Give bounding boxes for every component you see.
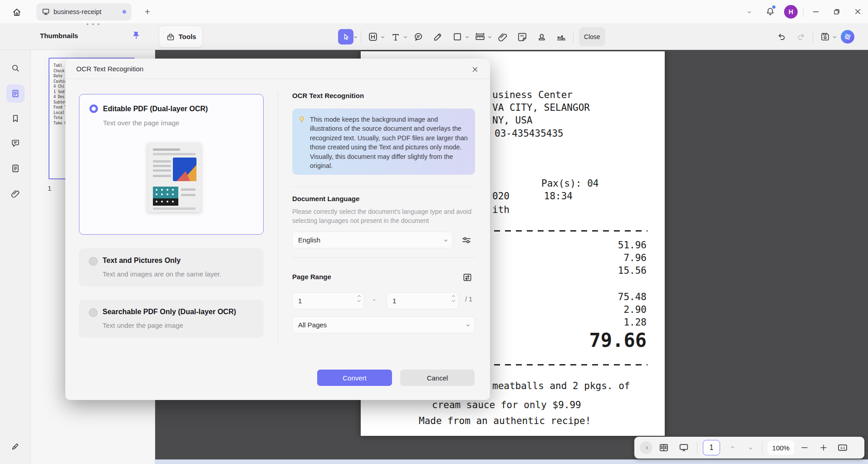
receipt-amount: 75.48 bbox=[618, 291, 647, 303]
next-page-button[interactable] bbox=[743, 440, 758, 455]
ai-assistant-button[interactable] bbox=[840, 29, 855, 44]
select-tool-dropdown[interactable] bbox=[354, 35, 357, 38]
advanced-language-settings-button[interactable] bbox=[461, 235, 472, 246]
measure-tool-button[interactable] bbox=[472, 29, 488, 44]
option-title: Text and Pictures Only bbox=[103, 257, 181, 265]
language-select[interactable]: English bbox=[292, 232, 453, 248]
collapse-bar-button[interactable] bbox=[640, 441, 652, 454]
bottom-status-strip bbox=[155, 459, 868, 464]
document-tab[interactable]: business-receipt bbox=[36, 3, 132, 20]
toolbar: • • • Thumbnails Tools bbox=[0, 23, 868, 50]
option-text-pictures-only[interactable]: Text and Pictures Only Text and images a… bbox=[79, 248, 264, 286]
restore-button[interactable] bbox=[826, 0, 847, 23]
account-button[interactable]: H bbox=[780, 0, 801, 23]
previous-page-button[interactable] bbox=[725, 440, 740, 455]
search-button[interactable] bbox=[6, 59, 25, 77]
minimize-button[interactable] bbox=[805, 0, 826, 23]
receipt-line: NY, USA bbox=[492, 114, 533, 126]
save-button[interactable] bbox=[817, 29, 833, 44]
page-scope-select[interactable]: All Pages bbox=[292, 316, 475, 333]
range-to-stepper[interactable] bbox=[452, 296, 455, 301]
comment-tool-button[interactable] bbox=[411, 29, 426, 44]
page-range-settings-button[interactable] bbox=[462, 272, 473, 283]
thumbnails-panel-button[interactable] bbox=[6, 84, 25, 103]
dialog-column-divider bbox=[278, 91, 278, 346]
page-navigation-bar: 1 100% 1:1 bbox=[634, 437, 864, 459]
edit-tool-button[interactable] bbox=[365, 29, 381, 44]
close-window-button[interactable] bbox=[847, 0, 868, 23]
svg-text:1:1: 1:1 bbox=[840, 446, 845, 450]
range-from-input[interactable] bbox=[292, 292, 364, 309]
shape-tool-dropdown[interactable] bbox=[466, 35, 469, 38]
comments-panel-button[interactable] bbox=[6, 134, 25, 152]
save-dropdown[interactable] bbox=[833, 35, 836, 38]
document-language-label: Document Language bbox=[292, 195, 359, 202]
stamp-tool-button[interactable] bbox=[534, 29, 549, 44]
undo-button[interactable] bbox=[774, 29, 789, 44]
radio-selected[interactable] bbox=[89, 104, 98, 113]
actual-size-button[interactable]: 1:1 bbox=[835, 440, 850, 455]
text-tool-dropdown[interactable] bbox=[404, 35, 407, 38]
cancel-button[interactable]: Cancel bbox=[400, 370, 475, 386]
text-tool-button[interactable] bbox=[388, 29, 403, 44]
page-view-button[interactable] bbox=[656, 440, 672, 455]
option-editable-pdf[interactable]: Editable PDF (Dual-layer OCR) Text over … bbox=[79, 94, 264, 235]
bell-icon bbox=[765, 6, 775, 17]
home-button[interactable] bbox=[10, 5, 24, 19]
ink-signature-button[interactable] bbox=[6, 437, 25, 455]
ruler-icon bbox=[474, 31, 486, 43]
signature-tool-button[interactable] bbox=[554, 29, 569, 44]
comment-bubble-icon bbox=[10, 138, 20, 148]
sticker-tool-button[interactable] bbox=[515, 29, 530, 44]
redo-button[interactable] bbox=[793, 29, 809, 44]
option-searchable-pdf[interactable]: Searchable PDF Only (Dual-layer OCR) Tex… bbox=[79, 300, 264, 338]
notifications-button[interactable] bbox=[760, 0, 780, 23]
titlebar-divider bbox=[803, 7, 804, 17]
mode-info-text: This mode keeps the background image and… bbox=[310, 115, 470, 175]
measure-tool-dropdown[interactable] bbox=[488, 35, 491, 38]
range-from-stepper[interactable] bbox=[358, 296, 360, 301]
page-thumbnails-icon bbox=[10, 89, 20, 99]
receipt-amount: 7.96 bbox=[623, 252, 647, 264]
dialog-settings-column: OCR Text Recognition This mode keeps the… bbox=[292, 59, 475, 400]
summary-panel-button[interactable] bbox=[6, 159, 25, 178]
range-total-pages: / 1 bbox=[465, 296, 472, 303]
select-tool-button[interactable] bbox=[338, 29, 353, 44]
edit-tool-dropdown[interactable] bbox=[381, 35, 384, 38]
radio-unselected[interactable] bbox=[89, 308, 98, 317]
zoom-out-button[interactable] bbox=[797, 440, 812, 455]
attachments-panel-button[interactable] bbox=[6, 184, 25, 202]
current-page-input[interactable]: 1 bbox=[703, 440, 720, 455]
convert-button[interactable]: Convert bbox=[317, 370, 392, 386]
shape-tool-button[interactable] bbox=[450, 29, 465, 44]
undo-icon bbox=[776, 31, 787, 42]
new-tab-button[interactable]: + bbox=[142, 6, 153, 18]
section-divider bbox=[292, 257, 475, 258]
chevron-down-icon bbox=[466, 323, 470, 326]
close-tools-button[interactable]: Close bbox=[579, 27, 605, 46]
radio-unselected[interactable] bbox=[89, 257, 98, 266]
ocr-dialog: OCR Text Recognition Editable PDF (Dual-… bbox=[65, 59, 490, 400]
book-view-icon bbox=[658, 442, 669, 453]
receipt-line: Made from an authentic recipe! bbox=[419, 415, 591, 427]
cursor-icon bbox=[341, 32, 350, 41]
tools-button[interactable]: Tools bbox=[159, 25, 203, 48]
app-window: usiness Center VA CITY, SELANGOR NY, USA… bbox=[0, 0, 868, 464]
bar-divider bbox=[697, 442, 697, 454]
option-subtitle: Text over the page image bbox=[103, 119, 179, 127]
tab-list-dropdown[interactable] bbox=[739, 0, 760, 23]
attach-tool-button[interactable] bbox=[495, 29, 510, 44]
pin-panel-button[interactable] bbox=[131, 30, 142, 42]
page-scope-value: All Pages bbox=[298, 321, 327, 329]
presentation-button[interactable] bbox=[676, 440, 691, 455]
mode-heading: OCR Text Recognition bbox=[292, 92, 364, 99]
option-subtitle: Text and images are on the same layer. bbox=[103, 270, 221, 278]
paperclip-icon bbox=[10, 188, 20, 198]
highlighter-tool-button[interactable] bbox=[430, 29, 446, 44]
bookmarks-button[interactable] bbox=[6, 109, 25, 128]
range-to-input[interactable] bbox=[387, 292, 459, 309]
zoom-in-button[interactable] bbox=[816, 440, 831, 455]
monitor-icon bbox=[42, 8, 50, 16]
zoom-level-value[interactable]: 100% bbox=[768, 440, 794, 455]
receipt-line: 03-435435435 bbox=[495, 128, 564, 139]
